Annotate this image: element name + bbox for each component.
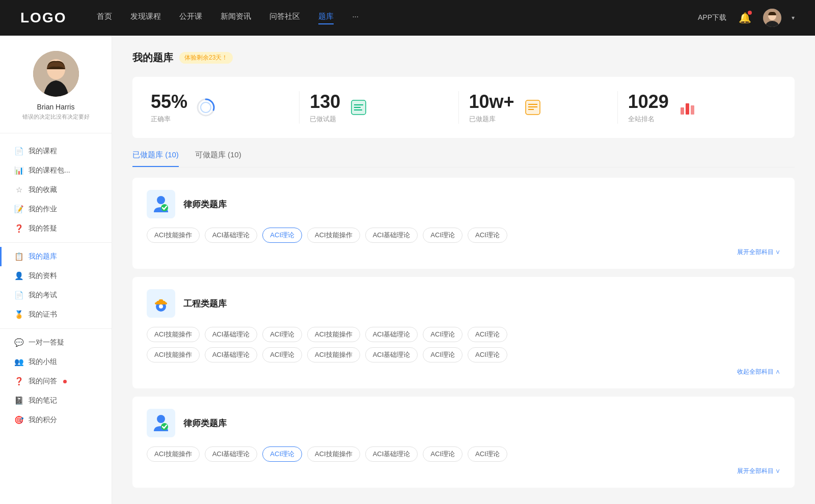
tabs: 已做题库 (10) 可做题库 (10) xyxy=(132,150,795,167)
law2-tag-5[interactable]: ACI理论 xyxy=(423,446,463,462)
tutor-icon: 💬 xyxy=(14,338,23,347)
bell-badge xyxy=(748,11,752,15)
bank-tags-engineer-row1: ACI技能操作 ACI基础理论 ACI理论 ACI技能操作 ACI基础理论 AC… xyxy=(147,327,780,342)
sidebar-username: Brian Harris xyxy=(10,103,101,111)
tag-4[interactable]: ACI基础理论 xyxy=(365,228,418,243)
logo[interactable]: LOGO xyxy=(20,10,66,26)
notification-bell[interactable]: 🔔 xyxy=(737,10,753,26)
sidebar-item-label: 一对一答疑 xyxy=(29,338,64,347)
page-header: 我的题库 体验剩余23天！ xyxy=(132,51,795,65)
stat-accuracy: 55% 正确率 xyxy=(151,91,300,124)
svg-rect-19 xyxy=(686,103,689,115)
sidebar-item-label: 我的题库 xyxy=(29,252,57,261)
nav-more[interactable]: ··· xyxy=(352,12,359,24)
eng-tag-4[interactable]: ACI基础理论 xyxy=(365,327,418,342)
eng-tag-2[interactable]: ACI理论 xyxy=(262,327,302,342)
law2-tag-3[interactable]: ACI技能操作 xyxy=(307,446,360,462)
page-title: 我的题库 xyxy=(132,51,173,65)
sidebar-item-tutor[interactable]: 💬 一对一答疑 xyxy=(0,333,112,352)
sidebar-item-points[interactable]: 🎯 我的积分 xyxy=(0,410,112,430)
bank-card-header-3: 律师类题库 xyxy=(147,409,780,437)
collapse-link-engineer[interactable]: 收起全部科目 ∧ xyxy=(147,368,780,376)
qa-unread-badge xyxy=(63,380,67,383)
sidebar-item-homework[interactable]: 📝 我的作业 xyxy=(0,200,112,219)
bank-tags-engineer-row2: ACI技能操作 ACI基础理论 ACI理论 ACI技能操作 ACI基础理论 AC… xyxy=(147,347,780,362)
tab-done[interactable]: 已做题库 (10) xyxy=(132,150,179,167)
bank-tags-lawyer-2: ACI技能操作 ACI基础理论 ACI理论 ACI技能操作 ACI基础理论 AC… xyxy=(147,446,780,462)
stat-done-banks-value: 10w+ xyxy=(469,91,514,113)
sidebar-item-profile[interactable]: 👤 我的资料 xyxy=(0,266,112,286)
tag-5[interactable]: ACI理论 xyxy=(423,228,463,243)
sidebar-item-coursepack[interactable]: 📊 我的课程包... xyxy=(0,161,112,180)
law2-tag-4[interactable]: ACI基础理论 xyxy=(365,446,418,462)
user-menu-chevron[interactable]: ▾ xyxy=(792,14,795,21)
sidebar-item-mycourse[interactable]: 📄 我的课程 xyxy=(0,142,112,161)
law2-tag-1[interactable]: ACI基础理论 xyxy=(205,446,258,462)
nav-questionbank[interactable]: 题库 xyxy=(318,12,334,24)
stat-done-questions: 130 已做试题 xyxy=(300,91,458,124)
svg-rect-25 xyxy=(159,299,163,302)
eng-tag2-4[interactable]: ACI基础理论 xyxy=(365,347,418,362)
eng-tag2-5[interactable]: ACI理论 xyxy=(423,347,463,362)
avatar[interactable] xyxy=(763,9,781,27)
nav-discover[interactable]: 发现课程 xyxy=(130,12,161,24)
nav-qa[interactable]: 问答社区 xyxy=(269,12,300,24)
nav-home[interactable]: 首页 xyxy=(97,12,112,24)
coursepack-icon: 📊 xyxy=(14,166,23,175)
sidebar-item-label: 我的课程包... xyxy=(29,166,70,175)
eng-tag2-1[interactable]: ACI基础理论 xyxy=(205,347,258,362)
eng-tag2-6[interactable]: ACI理论 xyxy=(468,347,507,362)
accuracy-icon xyxy=(196,97,216,118)
eng-tag2-3[interactable]: ACI技能操作 xyxy=(307,347,360,362)
law2-tag-2-active[interactable]: ACI理论 xyxy=(262,446,302,462)
sidebar-item-label: 我的资料 xyxy=(29,271,57,281)
sidebar-item-questions[interactable]: ❓ 我的答疑 xyxy=(0,219,112,238)
nav-menu: 首页 发现课程 公开课 新闻资讯 问答社区 题库 ··· xyxy=(97,12,698,24)
svg-rect-18 xyxy=(681,107,684,115)
eng-tag-3[interactable]: ACI技能操作 xyxy=(307,327,360,342)
svg-rect-24 xyxy=(155,302,167,304)
eng-tag-6[interactable]: ACI理论 xyxy=(468,327,507,342)
bank-title-lawyer-1: 律师类题库 xyxy=(183,199,227,210)
tag-0[interactable]: ACI技能操作 xyxy=(147,228,200,243)
sidebar: Brian Harris 错误的决定比没有决定要好 📄 我的课程 📊 我的课程包… xyxy=(0,36,112,504)
tag-6[interactable]: ACI理论 xyxy=(468,228,507,243)
stat-accuracy-label: 正确率 xyxy=(151,115,187,124)
tab-todo[interactable]: 可做题库 (10) xyxy=(195,150,241,167)
sidebar-item-favorites[interactable]: ☆ 我的收藏 xyxy=(0,180,112,200)
expand-link-lawyer-1[interactable]: 展开全部科目 ∨ xyxy=(147,248,780,257)
sidebar-item-myqa[interactable]: ❓ 我的问答 xyxy=(0,372,112,391)
sidebar-item-exam[interactable]: 📄 我的考试 xyxy=(0,286,112,305)
tag-3[interactable]: ACI技能操作 xyxy=(307,228,360,243)
sidebar-motto: 错误的决定比没有决定要好 xyxy=(10,113,101,121)
sidebar-item-label: 我的小组 xyxy=(29,357,57,367)
questionbank-icon: 📋 xyxy=(14,252,23,261)
eng-tag-1[interactable]: ACI基础理论 xyxy=(205,327,258,342)
main-content: 我的题库 体验剩余23天！ 55% 正确率 xyxy=(112,36,815,504)
sidebar-item-questionbank[interactable]: 📋 我的题库 xyxy=(0,247,112,266)
expand-link-lawyer-2[interactable]: 展开全部科目 ∨ xyxy=(147,467,780,475)
tag-1[interactable]: ACI基础理论 xyxy=(205,228,258,243)
svg-point-7 xyxy=(201,102,211,113)
eng-tag2-2[interactable]: ACI理论 xyxy=(262,347,302,362)
app-download-button[interactable]: APP下载 xyxy=(698,13,726,22)
sidebar-item-label: 我的积分 xyxy=(29,415,57,425)
law2-tag-6[interactable]: ACI理论 xyxy=(468,446,507,462)
sidebar-item-notes[interactable]: 📓 我的笔记 xyxy=(0,391,112,410)
bank-card-header-1: 律师类题库 xyxy=(147,190,780,218)
stat-ranking: 1029 全站排名 xyxy=(618,91,776,124)
sidebar-item-certificate[interactable]: 🏅 我的证书 xyxy=(0,305,112,324)
sidebar-item-label: 我的收藏 xyxy=(29,185,57,194)
eng-tag2-0[interactable]: ACI技能操作 xyxy=(147,347,200,362)
sidebar-item-group[interactable]: 👥 我的小组 xyxy=(0,352,112,372)
nav-news[interactable]: 新闻资讯 xyxy=(221,12,251,24)
law2-tag-0[interactable]: ACI技能操作 xyxy=(147,446,200,462)
tag-2-active[interactable]: ACI理论 xyxy=(262,228,302,243)
bank-card-lawyer-1: 律师类题库 ACI技能操作 ACI基础理论 ACI理论 ACI技能操作 ACI基… xyxy=(132,178,795,269)
eng-tag-0[interactable]: ACI技能操作 xyxy=(147,327,200,342)
sidebar-avatar xyxy=(33,51,79,97)
navbar-right: APP下载 🔔 ▾ xyxy=(698,9,795,27)
eng-tag-5[interactable]: ACI理论 xyxy=(423,327,463,342)
sidebar-item-label: 我的考试 xyxy=(29,291,57,300)
nav-open-course[interactable]: 公开课 xyxy=(179,12,202,24)
